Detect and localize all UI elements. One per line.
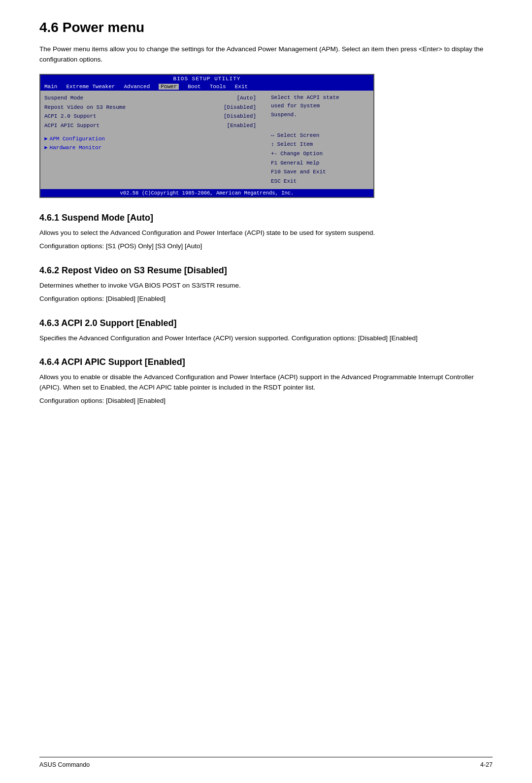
section-4-6-3: 4.6.3 ACPI 2.0 Support [Enabled]Specifie… — [39, 318, 493, 344]
bios-screenshot: BIOS SETUP UTILITY Main Extreme Tweaker … — [39, 74, 374, 198]
bios-submenu-section: ► APM Configuration ► Hardware Monitor — [44, 134, 271, 153]
bios-entry-repost-video: Repost Video on S3 Resume [Disabled] — [44, 103, 271, 112]
page-footer: ASUS Commando 4-27 — [39, 757, 493, 768]
section-heading-4-6-1: 4.6.1 Suspend Mode [Auto] — [39, 213, 493, 223]
bios-nav-exit: Exit — [235, 84, 248, 90]
section-text: Configuration options: [Disabled] [Enabl… — [39, 294, 493, 304]
bios-help-text: Select the ACPI stateused for SystemSusp… — [271, 94, 369, 120]
bios-footer: v02.58 (C)Copyright 1985-2006, American … — [40, 189, 373, 197]
bios-nav-advanced: Advanced — [124, 84, 150, 90]
bios-entry-acpi20: ACPI 2.0 Support [Disabled] — [44, 112, 271, 121]
bios-submenu-apm: ► APM Configuration — [44, 134, 271, 144]
bios-entry-suspend-mode: Suspend Mode [Auto] — [44, 94, 271, 103]
section-heading-4-6-4: 4.6.4 ACPI APIC Support [Enabled] — [39, 357, 493, 367]
bios-nav-boot: Boot — [188, 84, 200, 90]
footer-left: ASUS Commando — [39, 761, 90, 768]
bios-entry-acpi-apic: ACPI APIC Support [Enabled] — [44, 121, 271, 130]
section-4-6-1: 4.6.1 Suspend Mode [Auto]Allows you to s… — [39, 213, 493, 252]
footer-right: 4-27 — [480, 761, 493, 768]
section-4-6-2: 4.6.2 Repost Video on S3 Resume [Disable… — [39, 265, 493, 304]
bios-nav-main: Main — [44, 84, 57, 90]
sections-container: 4.6.1 Suspend Mode [Auto]Allows you to s… — [39, 213, 493, 406]
section-text: Determines whether to invoke VGA BIOS PO… — [39, 281, 493, 291]
section-text: Specifies the Advanced Configuration and… — [39, 333, 493, 344]
bios-nav-bar: Main Extreme Tweaker Advanced Power Boot… — [40, 83, 373, 91]
section-heading-4-6-3: 4.6.3 ACPI 2.0 Support [Enabled] — [39, 318, 493, 328]
section-text: Configuration options: [S1 (POS) Only] [… — [39, 241, 493, 252]
section-text: Allows you to enable or disable the Adva… — [39, 372, 493, 393]
bios-nav-extreme: Extreme Tweaker — [66, 84, 115, 90]
section-heading-4-6-2: 4.6.2 Repost Video on S3 Resume [Disable… — [39, 265, 493, 276]
bios-top-bar: BIOS SETUP UTILITY — [40, 75, 373, 83]
page-title: 4.6 Power menu — [39, 20, 493, 35]
bios-body: Suspend Mode [Auto] Repost Video on S3 R… — [40, 91, 373, 189]
bios-key-bindings: ↔ Select Screen ↕ Select Item +- Change … — [271, 131, 369, 186]
bios-nav-power: Power — [159, 84, 179, 90]
section-4-6-4: 4.6.4 ACPI APIC Support [Enabled]Allows … — [39, 357, 493, 406]
section-text: Configuration options: [Disabled] [Enabl… — [39, 396, 493, 406]
bios-nav-tools: Tools — [210, 84, 226, 90]
bios-right-panel: Select the ACPI stateused for SystemSusp… — [271, 94, 369, 186]
bios-submenu-hwmon: ► Hardware Monitor — [44, 143, 271, 153]
intro-text: The Power menu items allow you to change… — [39, 44, 493, 65]
bios-left-panel: Suspend Mode [Auto] Repost Video on S3 R… — [44, 94, 271, 186]
section-text: Allows you to select the Advanced Config… — [39, 228, 493, 238]
